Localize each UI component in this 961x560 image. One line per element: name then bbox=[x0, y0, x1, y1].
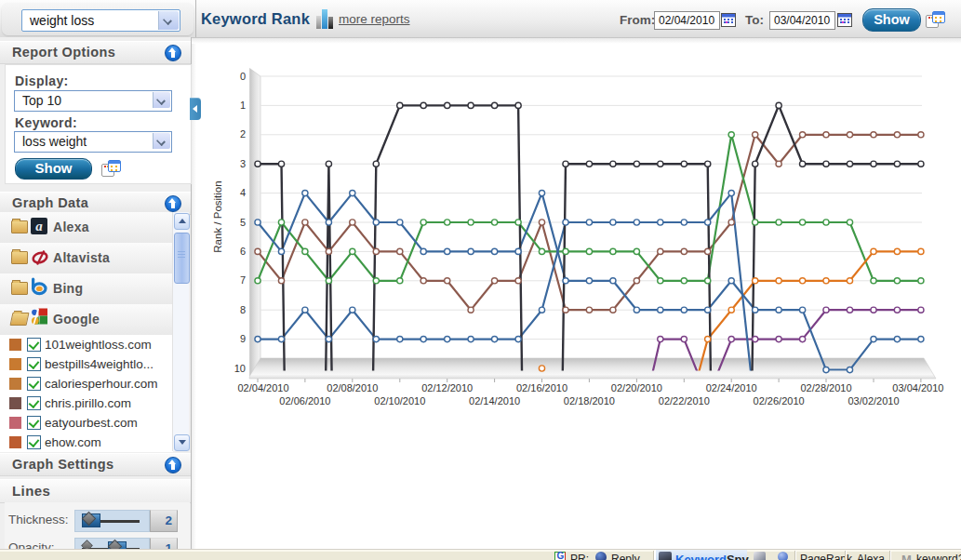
svg-text:02/16/2010: 02/16/2010 bbox=[516, 382, 567, 393]
svg-text:4: 4 bbox=[240, 187, 246, 198]
svg-text:02/06/2010: 02/06/2010 bbox=[279, 395, 330, 407]
svg-text:9: 9 bbox=[240, 333, 246, 344]
svg-text:02/28/2010: 02/28/2010 bbox=[800, 382, 851, 393]
svg-text:02/08/2010: 02/08/2010 bbox=[327, 382, 378, 393]
svg-text:8: 8 bbox=[240, 304, 246, 315]
svg-text:03/04/2010: 03/04/2010 bbox=[892, 382, 943, 393]
svg-text:5: 5 bbox=[240, 217, 246, 228]
svg-text:2: 2 bbox=[240, 128, 246, 140]
svg-text:02/20/2010: 02/20/2010 bbox=[611, 382, 662, 393]
svg-text:02/12/2010: 02/12/2010 bbox=[421, 382, 473, 393]
svg-text:03/02/2010: 03/02/2010 bbox=[848, 395, 899, 407]
svg-text:7: 7 bbox=[240, 274, 246, 286]
svg-text:1: 1 bbox=[240, 100, 246, 111]
svg-text:02/18/2010: 02/18/2010 bbox=[564, 395, 615, 407]
svg-text:10: 10 bbox=[234, 363, 246, 374]
svg-text:Rank / Position: Rank / Position bbox=[212, 180, 223, 252]
svg-text:a: a bbox=[35, 219, 43, 233]
svg-text:02/14/2010: 02/14/2010 bbox=[469, 395, 520, 407]
svg-text:02/04/2010: 02/04/2010 bbox=[237, 382, 288, 393]
svg-text:6: 6 bbox=[240, 246, 246, 257]
svg-text:3: 3 bbox=[240, 158, 246, 169]
svg-text:02/22/2010: 02/22/2010 bbox=[659, 395, 710, 407]
svg-text:02/26/2010: 02/26/2010 bbox=[754, 395, 805, 407]
svg-text:02/24/2010: 02/24/2010 bbox=[706, 382, 757, 393]
svg-text:0: 0 bbox=[240, 71, 246, 82]
svg-text:02/10/2010: 02/10/2010 bbox=[374, 395, 425, 407]
